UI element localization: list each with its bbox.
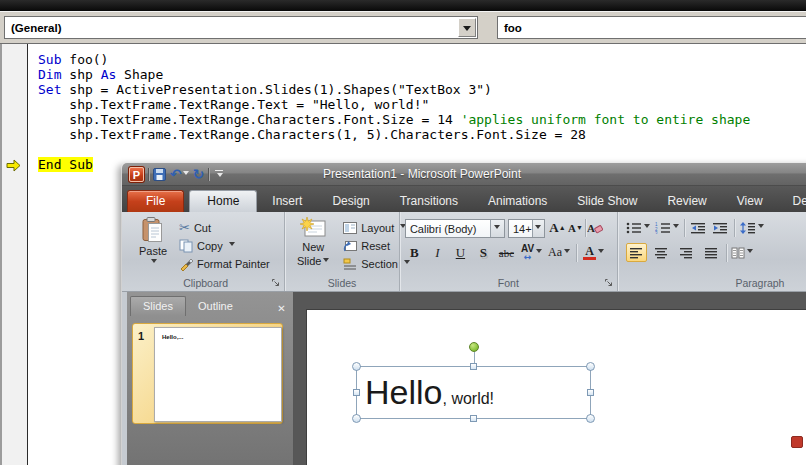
justify-button[interactable] [701,243,722,262]
decrease-indent-button[interactable] [690,218,707,237]
resize-handle-left[interactable] [353,389,360,396]
font-size-dropdown-arrow-icon[interactable] [532,220,544,237]
ribbon-group-paragraph: 123 [618,212,806,291]
bullets-dropdown-arrow-icon[interactable] [644,224,650,231]
italic-button[interactable]: I [429,243,446,262]
slide-canvas[interactable]: Hello , world! [307,310,806,465]
numbering-dropdown-arrow-icon[interactable] [673,224,679,231]
tab-animations[interactable]: Animations [473,190,562,212]
clear-formatting-button[interactable]: A [587,218,604,237]
font-dialog-launcher-icon[interactable] [604,278,614,288]
vbe-margin-bar[interactable] [2,44,28,465]
slide-thumbnail-image[interactable]: Hello,... [154,327,282,422]
ribbon-group-font: Calibri (Body) 14+ A▲ A▼ [400,212,618,291]
grow-font-button[interactable]: A▲ [549,218,566,237]
paste-button[interactable]: Paste [131,217,175,266]
columns-button[interactable] [731,243,753,262]
selected-textbox[interactable]: Hello , world! [356,366,591,419]
tab-insert[interactable]: Insert [257,190,317,212]
resize-handle-right[interactable] [587,389,594,396]
align-right-button[interactable] [676,243,697,262]
reset-button[interactable]: Reset [343,237,390,254]
tab-transitions[interactable]: Transitions [385,190,473,212]
save-icon[interactable] [153,168,166,181]
format-painter-label: Format Painter [197,258,270,270]
vbe-procedure-value: foo [504,22,522,34]
rotation-handle[interactable] [469,342,479,352]
line-spacing-button[interactable] [740,218,764,237]
font-size-combo[interactable]: 14+ [508,219,545,238]
text-shadow-button[interactable]: S [475,243,492,262]
resize-handle-top-left[interactable] [352,362,361,371]
tab-view[interactable]: View [722,190,778,212]
resize-handle-bottom-left[interactable] [352,414,361,423]
code-line: Sub foo() [38,52,750,67]
columns-icon [731,247,745,259]
slide-thumbnail-selected[interactable]: 1 Hello,... [132,323,283,424]
change-case-dropdown-arrow-icon[interactable] [564,249,570,256]
resize-handle-top[interactable] [470,363,477,370]
shrink-font-button[interactable]: A▼ [567,218,584,237]
numbering-icon: 123 [655,222,671,234]
align-left-button[interactable] [626,243,647,262]
resize-handle-bottom-right[interactable] [586,414,595,423]
clipboard-dialog-launcher-icon[interactable] [271,278,281,288]
new-slide-dropdown-arrow-icon[interactable] [323,258,329,265]
cut-label: Cut [194,222,211,234]
resize-handle-bottom[interactable] [470,415,477,422]
new-slide-button[interactable]: New Slide [289,217,337,267]
ribbon: Paste ✂ Cut Copy [122,212,806,292]
cut-button[interactable]: ✂ Cut [179,219,211,236]
red-shape[interactable] [791,436,803,448]
tab-outline[interactable]: Outline [186,296,245,316]
close-panel-button[interactable]: ✕ [273,300,290,316]
bold-button[interactable]: B [406,243,423,262]
tab-home[interactable]: Home [189,190,257,212]
tab-developer[interactable]: Developer [778,190,806,212]
tab-design[interactable]: Design [317,190,384,212]
dropdown-arrow-icon[interactable] [458,18,476,37]
reset-label: Reset [361,240,390,252]
layout-button[interactable]: Layout [343,219,406,236]
tab-file[interactable]: File [127,190,184,212]
numbering-button[interactable]: 123 [655,218,679,237]
change-case-label: Aa [548,245,562,260]
underline-button[interactable]: U [452,243,469,262]
character-spacing-button[interactable]: AV ↔ [521,243,542,262]
code-line: shp.TextFrame.TextRange.Characters.Font.… [38,112,750,127]
font-name-dropdown-arrow-icon[interactable] [490,220,504,237]
strikethrough-button[interactable]: abc [498,243,515,262]
bullets-button[interactable] [626,218,650,237]
format-painter-button[interactable]: Format Painter [179,255,270,272]
code-line: shp.TextFrame.TextRange.Text = "Hello, w… [38,97,750,112]
font-color-dropdown-arrow-icon[interactable] [598,249,604,256]
layout-icon [343,222,357,234]
format-painter-icon [179,257,193,271]
qat-separator [148,168,149,181]
copy-dropdown-arrow-icon[interactable] [229,242,235,249]
columns-dropdown-arrow-icon[interactable] [747,249,753,256]
execution-point-arrow-icon [6,159,21,172]
vbe-procedure-dropdown[interactable]: foo [497,16,806,39]
change-case-button[interactable]: Aa [548,243,570,262]
paste-dropdown-arrow-icon[interactable] [151,259,157,266]
copy-button[interactable]: Copy [179,237,235,254]
powerpoint-app-icon[interactable]: P [129,167,144,182]
resize-handle-top-right[interactable] [586,362,595,371]
line-spacing-dropdown-arrow-icon[interactable] [758,224,764,231]
ribbon-group-slides: New Slide Layout [285,212,400,291]
align-center-button[interactable] [651,243,672,262]
powerpoint-titlebar: P ↶ ↻ Presentation1 - Microsoft PowerPoi… [122,163,806,186]
tab-slide-show[interactable]: Slide Show [562,190,652,212]
svg-text:3: 3 [655,230,658,234]
font-color-button[interactable]: A [583,243,604,262]
font-name-combo[interactable]: Calibri (Body) [405,219,505,238]
vbe-object-value: (General) [11,22,62,34]
vbe-object-dropdown[interactable]: (General) [4,16,478,39]
copy-label: Copy [197,240,223,252]
increase-indent-button[interactable] [712,218,729,237]
new-slide-label-2: Slide [297,255,321,267]
tab-review[interactable]: Review [652,190,721,212]
tab-slides-thumbnails[interactable]: Slides [130,296,186,316]
character-spacing-dropdown-arrow-icon[interactable] [536,249,542,256]
